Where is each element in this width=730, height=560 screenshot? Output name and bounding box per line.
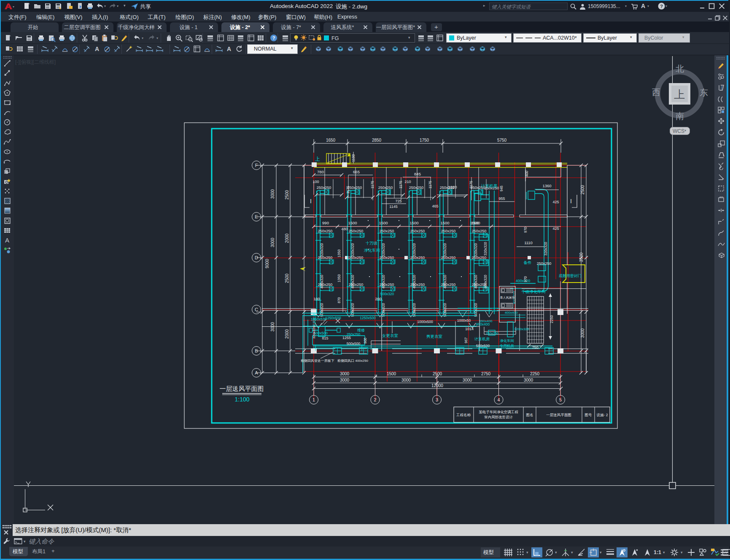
svg-text:500x320: 500x320 [380, 292, 394, 296]
svg-text:500x320: 500x320 [381, 303, 385, 317]
svg-text:女更衣室: 女更衣室 [382, 333, 398, 338]
svg-text:1000x500: 1000x500 [417, 320, 433, 324]
svg-text:D: D [255, 255, 258, 260]
svg-text:3500: 3500 [579, 252, 584, 262]
svg-text:320x320: 320x320 [443, 243, 447, 257]
svg-text:疏散用密封门: 疏散用密封门 [559, 274, 582, 278]
svg-text:上: 上 [674, 88, 685, 101]
svg-text:250x250: 250x250 [472, 229, 487, 233]
svg-text:A: A [255, 370, 258, 375]
svg-text:1250x530: 1250x530 [311, 317, 327, 321]
svg-text:665: 665 [353, 170, 360, 174]
svg-text:200: 200 [375, 297, 381, 301]
svg-text:425: 425 [552, 226, 559, 231]
svg-text:845: 845 [414, 172, 421, 176]
svg-text:设施- 2: 设施- 2 [597, 413, 608, 417]
svg-text:净化车间: 净化车间 [364, 248, 380, 253]
svg-text:500x500: 500x500 [476, 344, 490, 348]
svg-text:750: 750 [532, 345, 538, 350]
svg-text:320x320: 320x320 [312, 326, 316, 339]
svg-text:C: C [255, 307, 258, 312]
svg-text:一层送风平面图: 一层送风平面图 [546, 413, 571, 417]
svg-text:室内局部改造设计: 室内局部改造设计 [484, 415, 513, 419]
svg-text:210: 210 [404, 180, 411, 184]
svg-text:1175: 1175 [428, 181, 432, 189]
svg-text:3000: 3000 [340, 372, 350, 376]
svg-text:400x320: 400x320 [474, 275, 478, 288]
svg-text:425: 425 [552, 200, 559, 204]
svg-text:400x400: 400x400 [505, 311, 518, 315]
svg-text:320x320: 320x320 [412, 243, 416, 257]
svg-text:2250: 2250 [530, 372, 540, 376]
svg-text:图名: 图名 [526, 413, 533, 417]
svg-text:千级净化车间: 千级净化车间 [522, 289, 546, 294]
svg-text:2000: 2000 [285, 233, 289, 243]
svg-text:1500: 1500 [379, 221, 388, 225]
svg-text:400x320: 400x320 [381, 275, 385, 288]
svg-text:250x250: 250x250 [441, 229, 456, 233]
svg-text:3000: 3000 [524, 378, 533, 382]
svg-text:900: 900 [363, 338, 367, 344]
svg-text:3000: 3000 [463, 378, 472, 382]
svg-text:465: 465 [432, 204, 438, 208]
svg-text:3: 3 [436, 397, 438, 402]
svg-text:F: F [255, 163, 258, 168]
svg-text:E: E [255, 214, 258, 219]
svg-text:967: 967 [464, 337, 468, 343]
svg-text:1100: 1100 [351, 154, 356, 162]
svg-text:某电子车间净化空调工程: 某电子车间净化空调工程 [479, 410, 518, 414]
svg-text:备件: 备件 [524, 260, 532, 265]
svg-text:2500: 2500 [433, 372, 442, 376]
svg-text:990: 990 [322, 221, 329, 225]
svg-text:500x320: 500x320 [350, 303, 355, 317]
svg-text:320x320: 320x320 [320, 243, 324, 257]
svg-text:I: I [570, 198, 572, 205]
svg-text:1175: 1175 [370, 181, 374, 189]
svg-text:500x320: 500x320 [443, 303, 447, 317]
svg-text:3000: 3000 [340, 378, 350, 382]
svg-text:1145: 1145 [389, 205, 397, 209]
svg-text:工程名称: 工程名称 [456, 413, 471, 417]
svg-text:400x320: 400x320 [483, 275, 488, 288]
svg-text:3000: 3000 [580, 328, 585, 338]
svg-text:1500: 1500 [387, 372, 396, 376]
svg-text:计算机房: 计算机房 [474, 337, 490, 341]
svg-text:400x320: 400x320 [516, 279, 531, 283]
svg-text:维修: 维修 [357, 328, 365, 332]
svg-text:100: 100 [312, 180, 319, 184]
svg-text:1175: 1175 [469, 181, 473, 189]
svg-text:1014: 1014 [465, 327, 474, 331]
svg-text:250x250: 250x250 [486, 331, 499, 335]
svg-text:前侧回风口 400x250: 前侧回风口 400x250 [337, 359, 368, 363]
svg-text:1500: 1500 [348, 221, 357, 225]
svg-text:1:100: 1:100 [234, 396, 249, 403]
svg-text:320x320: 320x320 [381, 243, 385, 257]
svg-text:12000: 12000 [431, 383, 443, 388]
svg-text:净化车间: 净化车间 [500, 339, 514, 343]
svg-text:单人风淋室: 单人风淋室 [500, 296, 515, 299]
svg-text:400x320: 400x320 [350, 275, 355, 288]
svg-text:250x250: 250x250 [380, 229, 394, 233]
svg-text:250x250: 250x250 [410, 229, 425, 233]
svg-text:1255: 1255 [342, 336, 351, 340]
svg-text:1220: 1220 [448, 185, 457, 189]
svg-text:970: 970 [523, 276, 528, 282]
svg-text:2500: 2500 [285, 190, 289, 199]
svg-text:I: I [310, 198, 312, 205]
svg-text:250x250: 250x250 [537, 261, 552, 266]
svg-text:2: 2 [374, 397, 376, 402]
svg-text:1200x320: 1200x320 [514, 327, 529, 331]
svg-text:2850: 2850 [372, 138, 382, 143]
svg-text:400x320: 400x320 [320, 275, 324, 288]
svg-text:1750: 1750 [420, 138, 429, 143]
svg-text:250x250: 250x250 [318, 229, 333, 233]
svg-text:250x250: 250x250 [378, 186, 393, 190]
svg-text:1250x500: 1250x500 [360, 316, 376, 320]
svg-text:400x320: 400x320 [412, 275, 416, 288]
svg-text:400x320: 400x320 [443, 275, 447, 288]
svg-text:100: 100 [313, 297, 320, 301]
svg-text:500x320: 500x320 [320, 303, 324, 317]
svg-text:250x250: 250x250 [317, 186, 331, 190]
svg-text:3000: 3000 [270, 237, 275, 247]
svg-text:十万级: 十万级 [366, 241, 378, 245]
